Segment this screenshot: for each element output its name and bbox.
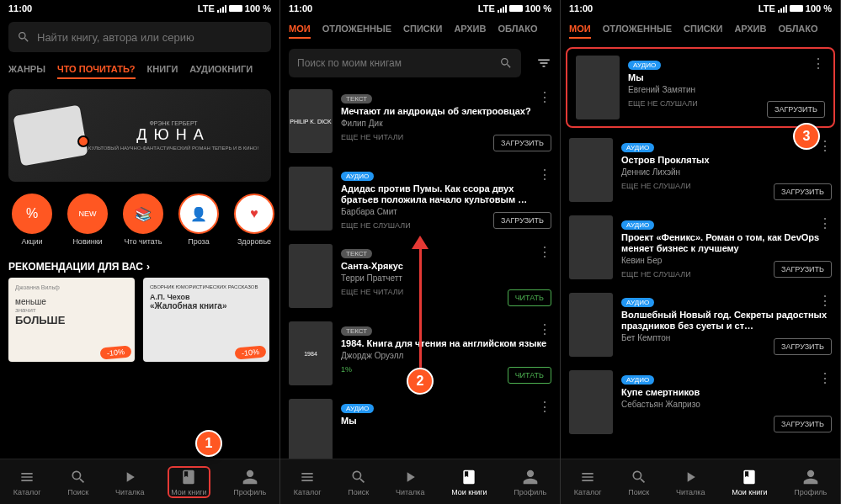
book-author: Джордж Оруэлл	[341, 351, 551, 360]
book-title: Остров Проклятых	[621, 155, 832, 166]
book-card[interactable]: Джоанна Вильф меньше значит БОЛЬШЕ -10%	[8, 278, 135, 362]
nav-catalog[interactable]: Каталог	[571, 466, 605, 498]
nav-my-books[interactable]: Мои книги	[168, 466, 210, 498]
book-menu-icon[interactable]: ⋮	[812, 56, 825, 72]
circle-health[interactable]: ♥Здоровье	[231, 194, 278, 246]
tab-my[interactable]: МОИ	[289, 24, 311, 39]
book-action-button[interactable]: ЗАГРУЗИТЬ	[774, 261, 832, 278]
tab-audiobooks[interactable]: АУДИОКНИГИ	[189, 64, 253, 79]
book-author: Филип Дик	[341, 119, 551, 128]
search-icon	[17, 30, 30, 44]
book-title: Волшебный Новый год. Секреты радостных п…	[621, 310, 832, 332]
book-menu-icon[interactable]: ⋮	[538, 399, 551, 415]
book-action-button[interactable]: ЗАГРУЗИТЬ	[767, 101, 825, 118]
book-action-button[interactable]: ЧИТАТЬ	[508, 367, 551, 384]
nav-search[interactable]: Поиск	[64, 466, 92, 498]
book-menu-icon[interactable]: ⋮	[818, 293, 832, 309]
book-menu-icon[interactable]: ⋮	[538, 244, 551, 260]
screen-my-books: 11:00 LTE100 % МОИ ОТЛОЖЕННЫЕ СПИСКИ АРХ…	[280, 0, 561, 504]
book-author: Деннис Лихэйн	[621, 167, 832, 177]
book-action-button[interactable]: ЗАГРУЗИТЬ	[493, 212, 551, 229]
chevron-right-icon: ›	[146, 261, 150, 273]
promo-banner[interactable]: ФРЭНК ГЕРБЕРТ ДЮНА КУЛЬТОВЫЙ НАУЧНО-ФАНТ…	[8, 89, 271, 182]
book-title: Адидас против Пумы. Как ссора двух брать…	[341, 183, 551, 205]
book-menu-icon[interactable]: ⋮	[818, 138, 832, 154]
book-menu-icon[interactable]: ⋮	[538, 321, 551, 337]
book-badge: ТЕКСТ	[341, 326, 372, 336]
screen-my-books-scrolled: 11:00 LTE100 % МОИ ОТЛОЖЕННЫЕ СПИСКИ АРХ…	[561, 0, 841, 504]
status-bar: 11:00 LTE100 %	[561, 0, 840, 17]
book-action-button[interactable]: ЗАГРУЗИТЬ	[774, 416, 832, 432]
search-bar[interactable]	[8, 22, 271, 52]
book-author: Себастьян Жапризо	[621, 400, 832, 409]
bottom-nav: Каталог Поиск Читалка Мои книги Профиль	[0, 459, 279, 504]
book-cover	[289, 399, 333, 463]
nav-reader[interactable]: Читалка	[392, 466, 428, 498]
book-action-button[interactable]: ЗАГРУЗИТЬ	[774, 338, 832, 355]
my-books-search[interactable]	[289, 49, 521, 77]
circle-what[interactable]: 📚Что читать	[120, 194, 167, 246]
category-circles: %Акции NEWНовинки 📚Что читать 👤Проза ♥Зд…	[0, 187, 279, 252]
book-item[interactable]: АУДИОПроект «Феникс». Роман о том, как D…	[561, 209, 840, 286]
book-title: Купе смертников	[621, 387, 832, 398]
book-cover	[576, 56, 620, 119]
nav-my-books[interactable]: Мои книги	[448, 466, 490, 498]
circle-new[interactable]: NEWНовинки	[64, 194, 111, 246]
book-menu-icon[interactable]: ⋮	[538, 167, 551, 183]
banner-indicator	[77, 135, 89, 147]
book-title: Мы	[341, 416, 551, 427]
book-action-button[interactable]: ЧИТАТЬ	[508, 289, 551, 306]
book-menu-icon[interactable]: ⋮	[538, 89, 551, 105]
book-cover: PHILIP K. DICK	[289, 89, 333, 153]
search-icon	[499, 56, 513, 70]
book-item[interactable]: АУДИОМыЕвгений ЗамятинЕЩЕ НЕ СЛУШАЛИЗАГР…	[567, 49, 833, 126]
nav-catalog[interactable]: Каталог	[290, 466, 325, 498]
nav-reader[interactable]: Читалка	[112, 466, 147, 498]
tab-genres[interactable]: ЖАНРЫ	[8, 64, 45, 79]
filter-icon[interactable]	[536, 56, 551, 71]
book-title: Мечтают ли андроиды об электроовцах?	[341, 106, 551, 117]
search-input[interactable]	[37, 31, 263, 44]
step-badge-2: 2	[407, 368, 434, 395]
nav-search[interactable]: Поиск	[344, 466, 372, 498]
book-item[interactable]: АУДИОКупе смертниковСебастьян ЖапризоЗАГ…	[561, 363, 840, 441]
nav-catalog[interactable]: Каталог	[10, 466, 45, 498]
tab-postponed[interactable]: ОТЛОЖЕННЫЕ	[322, 24, 391, 39]
circle-promo[interactable]: %Акции	[8, 194, 56, 246]
book-title: Мы	[628, 72, 825, 83]
circle-prose[interactable]: 👤Проза	[175, 194, 222, 246]
book-title: Проект «Феникс». Роман о том, как DevOps…	[621, 232, 832, 254]
nav-search[interactable]: Поиск	[625, 466, 652, 498]
book-card[interactable]: СБОРНИК ЮМОРИСТИЧЕСКИХ РАССКАЗОВ А.П. Че…	[143, 278, 269, 362]
book-item[interactable]: АУДИОВолшебный Новый год. Секреты радост…	[561, 286, 840, 363]
tab-archive[interactable]: АРХИВ	[454, 24, 486, 39]
book-badge: АУДИО	[628, 61, 661, 70]
book-menu-icon[interactable]: ⋮	[818, 370, 832, 386]
book-badge: АУДИО	[621, 298, 654, 307]
tab-what-to-read[interactable]: ЧТО ПОЧИТАТЬ?	[57, 64, 136, 79]
nav-profile[interactable]: Профиль	[510, 466, 550, 498]
section-recommendations[interactable]: РЕКОМЕНДАЦИИ ДЛЯ ВАС ›	[0, 252, 279, 278]
screen-catalog: 11:00 LTE 100 % ЖАНРЫ ЧТО ПОЧИТАТЬ? КНИГ…	[0, 0, 280, 504]
my-books-tabs: МОИ ОТЛОЖЕННЫЕ СПИСКИ АРХИВ ОБЛАКО	[280, 17, 560, 44]
tab-books[interactable]: КНИГИ	[147, 64, 178, 79]
book-action-button[interactable]: ЗАГРУЗИТЬ	[493, 135, 551, 151]
book-item[interactable]: АУДИОАдидас против Пумы. Как ссора двух …	[280, 160, 560, 237]
book-action-button[interactable]: ЗАГРУЗИТЬ	[774, 183, 832, 200]
book-menu-icon[interactable]: ⋮	[818, 215, 832, 231]
book-cover: 1984	[289, 321, 333, 385]
nav-my-books[interactable]: Мои книги	[728, 466, 770, 498]
nav-profile[interactable]: Профиль	[790, 466, 830, 498]
nav-profile[interactable]: Профиль	[230, 466, 269, 498]
nav-reader[interactable]: Читалка	[673, 466, 708, 498]
book-badge: АУДИО	[341, 172, 374, 181]
book-badge: ТЕКСТ	[341, 249, 372, 258]
book-badge: АУДИО	[621, 143, 654, 152]
status-bar: 11:00 LTE 100 %	[0, 0, 279, 17]
tab-cloud[interactable]: ОБЛАКО	[498, 24, 537, 39]
book-author: Терри Пратчетт	[341, 273, 551, 283]
book-author: Евгений Замятин	[628, 85, 825, 94]
tab-lists[interactable]: СПИСКИ	[403, 24, 442, 39]
status-time: 11:00	[8, 3, 32, 13]
book-item[interactable]: PHILIP K. DICKТЕКСТМечтают ли андроиды о…	[280, 82, 560, 160]
